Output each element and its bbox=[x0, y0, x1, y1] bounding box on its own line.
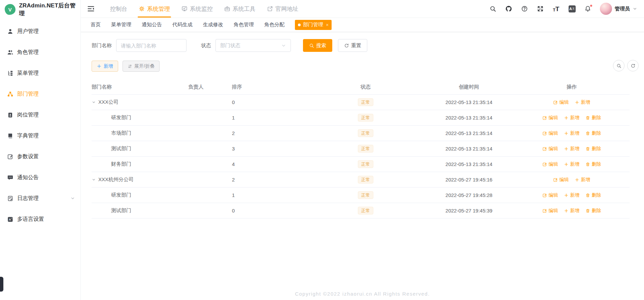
translate-icon[interactable]: A文 bbox=[568, 5, 576, 12]
action-delete-link[interactable]: 删除 bbox=[585, 130, 601, 136]
expand-caret-icon[interactable] bbox=[92, 177, 96, 182]
status-select[interactable]: 部门状态 bbox=[215, 39, 291, 52]
created-at: 2022-05-27 19:45:16 bbox=[424, 177, 514, 182]
sidebar-item-7[interactable]: 通知公告 bbox=[0, 167, 80, 188]
top-nav-item-4[interactable]: 官网地址 bbox=[261, 0, 304, 18]
action-add-link[interactable]: 新增 bbox=[564, 192, 580, 198]
action-edit-link[interactable]: 编辑 bbox=[542, 146, 558, 152]
page-content: 部门名称 状态 部门状态 搜索 重置 新增 展开/折叠 bbox=[81, 32, 644, 219]
action-edit-link[interactable]: 编辑 bbox=[553, 177, 569, 183]
status-badge: 正常 bbox=[358, 98, 373, 106]
action-add-link[interactable]: 新增 bbox=[564, 161, 580, 167]
tag-view-tab-6[interactable]: 角色分配 bbox=[264, 22, 284, 28]
tag-view-tab-1[interactable]: 菜单管理 bbox=[111, 22, 131, 28]
plus-icon bbox=[564, 115, 569, 120]
top-nav-label: 控制台 bbox=[110, 5, 127, 13]
font-size-icon[interactable]: TT bbox=[552, 5, 560, 12]
action-add-link[interactable]: 新增 bbox=[564, 208, 580, 214]
expand-collapse-button[interactable]: 展开/折叠 bbox=[123, 61, 160, 72]
reset-button[interactable]: 重置 bbox=[338, 39, 367, 52]
sidebar-item-8[interactable]: 日志管理 bbox=[0, 188, 80, 209]
sidebar-item-2[interactable]: 菜单管理 bbox=[0, 63, 80, 84]
close-icon[interactable]: × bbox=[326, 22, 329, 28]
sidebar-item-0[interactable]: 用户管理 bbox=[0, 21, 80, 42]
copyright-text: Copyright ©2022 izhaorui.cn All Rights R… bbox=[295, 291, 430, 297]
toggle-search-button[interactable] bbox=[613, 60, 624, 71]
sidebar-item-1[interactable]: 角色管理 bbox=[0, 42, 80, 63]
action-edit-link[interactable]: 编辑 bbox=[542, 115, 558, 121]
tag-view-tab-2[interactable]: 通知公告 bbox=[142, 22, 162, 28]
edit-icon bbox=[542, 131, 547, 136]
table-body: XXX公司0正常2022-05-13 21:35:14编辑新增研发部门1正常20… bbox=[92, 95, 630, 219]
sidebar-item-9[interactable]: Ax多语言设置 bbox=[0, 209, 80, 230]
dept-sort: 0 bbox=[223, 99, 307, 105]
expand-caret-icon[interactable] bbox=[92, 100, 96, 104]
users-icon bbox=[7, 49, 13, 56]
tag-view-tab-7[interactable]: 部门管理× bbox=[295, 20, 332, 30]
github-icon[interactable] bbox=[505, 5, 512, 12]
help-icon[interactable] bbox=[521, 5, 528, 12]
theme-drawer-handle[interactable] bbox=[0, 277, 3, 292]
action-edit-link[interactable]: 编辑 bbox=[542, 208, 558, 214]
comment-icon bbox=[7, 174, 13, 181]
sidebar-item-label: 岗位管理 bbox=[17, 111, 39, 119]
tag-view-tab-3[interactable]: 代码生成 bbox=[172, 22, 193, 28]
status-badge: 正常 bbox=[358, 176, 373, 184]
action-delete-link[interactable]: 删除 bbox=[585, 146, 601, 152]
tab-label: 生成修改 bbox=[203, 22, 223, 28]
column-header-4: 创建时间 bbox=[424, 84, 514, 90]
action-add-link[interactable]: 新增 bbox=[575, 99, 590, 105]
action-add-link[interactable]: 新增 bbox=[564, 130, 580, 136]
action-add-link[interactable]: 新增 bbox=[564, 146, 580, 152]
id-badge-icon bbox=[7, 112, 13, 118]
tag-view-tab-5[interactable]: 角色管理 bbox=[234, 22, 254, 28]
action-edit-link[interactable]: 编辑 bbox=[542, 161, 558, 167]
tab-label: 角色分配 bbox=[264, 22, 284, 28]
fullscreen-icon[interactable] bbox=[537, 5, 544, 12]
sidebar-item-label: 角色管理 bbox=[17, 49, 39, 56]
tag-view-tab-0[interactable]: 首页 bbox=[91, 22, 101, 28]
action-edit-link[interactable]: 编辑 bbox=[553, 99, 569, 105]
row-actions: 编辑新增删除 bbox=[514, 208, 630, 214]
action-edit-link[interactable]: 编辑 bbox=[542, 130, 558, 136]
top-nav-item-1[interactable]: 系统管理 bbox=[133, 0, 176, 18]
top-nav-item-2[interactable]: 系统监控 bbox=[176, 0, 218, 18]
action-add-link[interactable]: 新增 bbox=[575, 177, 590, 183]
search-button[interactable]: 搜索 bbox=[303, 39, 332, 52]
filter-form: 部门名称 状态 部门状态 搜索 重置 bbox=[92, 39, 633, 52]
dept-name-input[interactable] bbox=[116, 39, 187, 52]
tags-view-bar: 首页菜单管理通知公告代码生成生成修改角色管理角色分配部门管理× bbox=[81, 18, 644, 32]
bell-icon[interactable] bbox=[584, 5, 591, 12]
notification-dot bbox=[590, 4, 592, 7]
tab-label: 首页 bbox=[91, 22, 101, 28]
search-icon bbox=[616, 63, 621, 68]
edit-icon bbox=[553, 177, 558, 182]
row-actions: 编辑新增删除 bbox=[514, 115, 630, 121]
created-at: 2022-05-27 19:45:39 bbox=[424, 208, 514, 213]
search-icon[interactable] bbox=[489, 5, 497, 12]
sidebar-item-4[interactable]: 岗位管理 bbox=[0, 104, 80, 125]
top-nav-item-0[interactable]: 控制台 bbox=[104, 0, 133, 18]
sidebar-item-5[interactable]: 字典管理 bbox=[0, 125, 80, 146]
dept-name: 财务部门 bbox=[111, 161, 131, 167]
sidebar-item-3[interactable]: 部门管理 bbox=[0, 84, 80, 104]
column-header-1: 负责人 bbox=[169, 84, 223, 90]
action-delete-link[interactable]: 删除 bbox=[585, 192, 601, 198]
top-nav-label: 系统管理 bbox=[147, 5, 170, 13]
app-logo-row[interactable]: V ZRAdmin.NET后台管理 bbox=[0, 0, 80, 19]
add-button[interactable]: 新增 bbox=[92, 61, 118, 72]
sidebar-item-6[interactable]: 参数设置 bbox=[0, 146, 80, 167]
avatar bbox=[600, 3, 612, 15]
action-delete-link[interactable]: 删除 bbox=[585, 208, 601, 214]
edit-icon bbox=[542, 193, 547, 198]
user-menu[interactable]: 管理员 bbox=[600, 3, 637, 15]
table-row: 财务部门4正常2022-05-13 21:35:14编辑新增删除 bbox=[92, 157, 630, 172]
action-delete-link[interactable]: 删除 bbox=[585, 161, 601, 167]
action-edit-link[interactable]: 编辑 bbox=[542, 192, 558, 198]
menu-fold-icon[interactable] bbox=[87, 4, 96, 13]
action-delete-link[interactable]: 删除 bbox=[585, 115, 601, 121]
top-nav-item-3[interactable]: 系统工具 bbox=[218, 0, 261, 18]
tag-view-tab-4[interactable]: 生成修改 bbox=[203, 22, 223, 28]
action-add-link[interactable]: 新增 bbox=[564, 115, 580, 121]
refresh-table-button[interactable] bbox=[627, 60, 639, 71]
